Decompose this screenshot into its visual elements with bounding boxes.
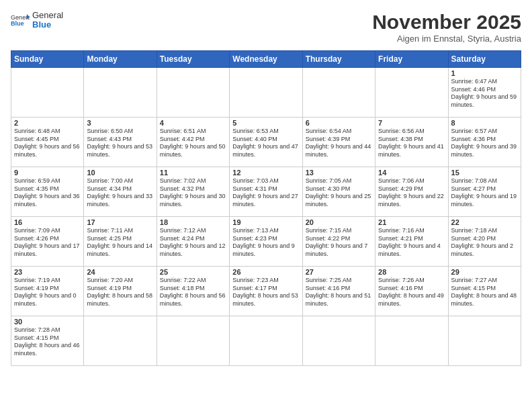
day-info: Sunrise: 7:15 AM Sunset: 4:22 PM Dayligh… [306,227,372,259]
day-info: Sunrise: 7:13 AM Sunset: 4:23 PM Dayligh… [232,227,299,259]
col-tuesday: Tuesday [157,51,229,68]
calendar-cell-0-1 [84,68,157,118]
calendar-cell-5-3 [230,316,302,366]
day-info: Sunrise: 6:57 AM Sunset: 4:36 PM Dayligh… [451,128,518,159]
day-number: 18 [160,218,226,226]
calendar-cell-0-3 [230,68,302,118]
calendar-cell-0-0 [11,68,84,118]
day-number: 12 [232,169,299,177]
calendar-cell-4-4: 27Sunrise: 7:25 AM Sunset: 4:16 PM Dayli… [302,267,375,316]
col-wednesday: Wednesday [230,51,302,68]
calendar-cell-0-2 [157,68,229,118]
month-title: November 2025 [372,11,521,34]
calendar-cell-3-1: 17Sunrise: 7:11 AM Sunset: 4:25 PM Dayli… [84,217,157,267]
calendar-cell-3-5: 21Sunrise: 7:16 AM Sunset: 4:21 PM Dayli… [375,217,448,267]
location-subtitle: Aigen im Ennstal, Styria, Austria [372,34,521,44]
calendar-cell-5-0: 30Sunrise: 7:28 AM Sunset: 4:15 PM Dayli… [11,316,84,366]
day-info: Sunrise: 7:12 AM Sunset: 4:24 PM Dayligh… [160,227,226,259]
day-number: 6 [306,119,372,127]
day-info: Sunrise: 6:47 AM Sunset: 4:46 PM Dayligh… [451,78,518,109]
calendar-cell-5-1 [84,316,157,366]
day-number: 16 [14,218,81,226]
calendar-cell-3-4: 20Sunrise: 7:15 AM Sunset: 4:22 PM Dayli… [302,217,375,267]
svg-text:Blue: Blue [11,20,24,27]
calendar-cell-1-1: 3Sunrise: 6:50 AM Sunset: 4:43 PM Daylig… [84,118,157,167]
day-info: Sunrise: 7:27 AM Sunset: 4:15 PM Dayligh… [451,277,518,308]
calendar-cell-3-3: 19Sunrise: 7:13 AM Sunset: 4:23 PM Dayli… [230,217,302,267]
day-info: Sunrise: 6:53 AM Sunset: 4:40 PM Dayligh… [232,128,299,159]
calendar-cell-2-0: 9Sunrise: 6:59 AM Sunset: 4:35 PM Daylig… [11,167,84,217]
day-number: 27 [306,268,372,276]
day-info: Sunrise: 7:02 AM Sunset: 4:32 PM Dayligh… [160,177,226,209]
day-number: 3 [87,119,153,127]
day-number: 14 [378,169,445,177]
calendar-cell-4-1: 24Sunrise: 7:20 AM Sunset: 4:19 PM Dayli… [84,267,157,316]
calendar-cell-2-3: 12Sunrise: 7:03 AM Sunset: 4:31 PM Dayli… [230,167,302,217]
calendar-cell-0-4 [302,68,375,118]
calendar-cell-1-0: 2Sunrise: 6:48 AM Sunset: 4:45 PM Daylig… [11,118,84,167]
calendar-cell-2-2: 11Sunrise: 7:02 AM Sunset: 4:32 PM Dayli… [157,167,229,217]
week-row-4: 23Sunrise: 7:19 AM Sunset: 4:19 PM Dayli… [11,267,521,316]
calendar-cell-4-3: 26Sunrise: 7:23 AM Sunset: 4:17 PM Dayli… [230,267,302,316]
col-sunday: Sunday [11,51,84,68]
day-info: Sunrise: 7:19 AM Sunset: 4:19 PM Dayligh… [14,277,81,308]
col-saturday: Saturday [448,51,521,68]
calendar-cell-2-4: 13Sunrise: 7:05 AM Sunset: 4:30 PM Dayli… [302,167,375,217]
calendar-table: Sunday Monday Tuesday Wednesday Thursday… [11,50,521,366]
day-number: 25 [160,268,226,276]
calendar-cell-1-2: 4Sunrise: 6:51 AM Sunset: 4:42 PM Daylig… [157,118,229,167]
day-number: 21 [378,218,445,226]
logo-general: General [32,11,63,20]
calendar-cell-5-6 [448,316,521,366]
day-info: Sunrise: 7:06 AM Sunset: 4:29 PM Dayligh… [378,177,445,209]
day-info: Sunrise: 7:00 AM Sunset: 4:34 PM Dayligh… [87,177,153,209]
day-info: Sunrise: 6:51 AM Sunset: 4:42 PM Dayligh… [160,128,226,159]
day-number: 8 [451,119,518,127]
day-number: 13 [306,169,372,177]
day-number: 29 [451,268,518,276]
calendar-cell-5-5 [375,316,448,366]
calendar-cell-4-5: 28Sunrise: 7:26 AM Sunset: 4:16 PM Dayli… [375,267,448,316]
calendar-cell-1-6: 8Sunrise: 6:57 AM Sunset: 4:36 PM Daylig… [448,118,521,167]
day-info: Sunrise: 7:18 AM Sunset: 4:20 PM Dayligh… [451,227,518,259]
logo-blue: Blue [32,20,63,30]
day-number: 23 [14,268,81,276]
day-info: Sunrise: 6:56 AM Sunset: 4:38 PM Dayligh… [378,128,445,159]
calendar-cell-1-3: 5Sunrise: 6:53 AM Sunset: 4:40 PM Daylig… [230,118,302,167]
day-number: 15 [451,169,518,177]
calendar-cell-0-5 [375,68,448,118]
day-info: Sunrise: 7:09 AM Sunset: 4:26 PM Dayligh… [14,227,81,259]
day-number: 26 [232,268,299,276]
calendar-cell-5-4 [302,316,375,366]
generalblue-logo-icon: General Blue [11,13,30,28]
day-info: Sunrise: 7:11 AM Sunset: 4:25 PM Dayligh… [87,227,153,259]
day-number: 7 [378,119,445,127]
day-number: 30 [14,318,81,326]
calendar-cell-5-2 [157,316,229,366]
day-number: 1 [451,69,518,77]
day-number: 17 [87,218,153,226]
day-number: 5 [232,119,299,127]
day-info: Sunrise: 7:23 AM Sunset: 4:17 PM Dayligh… [232,277,299,308]
calendar-header-row: Sunday Monday Tuesday Wednesday Thursday… [11,51,521,68]
day-info: Sunrise: 7:03 AM Sunset: 4:31 PM Dayligh… [232,177,299,209]
week-row-1: 2Sunrise: 6:48 AM Sunset: 4:45 PM Daylig… [11,118,521,167]
day-number: 10 [87,169,153,177]
calendar-cell-3-6: 22Sunrise: 7:18 AM Sunset: 4:20 PM Dayli… [448,217,521,267]
header: General Blue General Blue November 2025 … [11,11,521,44]
col-thursday: Thursday [302,51,375,68]
day-info: Sunrise: 6:54 AM Sunset: 4:39 PM Dayligh… [306,128,372,159]
calendar-cell-0-6: 1Sunrise: 6:47 AM Sunset: 4:46 PM Daylig… [448,68,521,118]
col-friday: Friday [375,51,448,68]
day-number: 24 [87,268,153,276]
day-info: Sunrise: 7:26 AM Sunset: 4:16 PM Dayligh… [378,277,445,308]
calendar-cell-3-2: 18Sunrise: 7:12 AM Sunset: 4:24 PM Dayli… [157,217,229,267]
day-info: Sunrise: 7:05 AM Sunset: 4:30 PM Dayligh… [306,177,372,209]
calendar-cell-3-0: 16Sunrise: 7:09 AM Sunset: 4:26 PM Dayli… [11,217,84,267]
day-number: 22 [451,218,518,226]
day-info: Sunrise: 7:28 AM Sunset: 4:15 PM Dayligh… [14,326,81,358]
calendar-cell-4-2: 25Sunrise: 7:22 AM Sunset: 4:18 PM Dayli… [157,267,229,316]
day-number: 20 [306,218,372,226]
day-number: 9 [14,169,81,177]
day-info: Sunrise: 6:48 AM Sunset: 4:45 PM Dayligh… [14,128,81,159]
